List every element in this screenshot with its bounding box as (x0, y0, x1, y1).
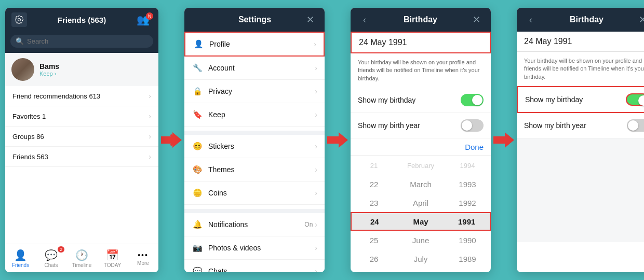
today-nav-icon: 📅 (106, 249, 119, 261)
friends-search-bar: 🔍 (5, 32, 158, 53)
settings-profile[interactable]: 👤 Profile › (184, 32, 325, 57)
done-button-row: Done (351, 138, 491, 156)
nav-timeline[interactable]: 🕐 Timeline (66, 244, 97, 272)
settings-account[interactable]: 🔧 Account › (184, 57, 325, 80)
picker-month: April (397, 199, 444, 207)
picker-year: 1991 (444, 217, 490, 226)
toggle-show-birth-year[interactable]: Show my birth year (351, 113, 491, 138)
settings-themes[interactable]: 🎨 Themes › (184, 158, 325, 181)
picker-row-4: 26 July 1989 (351, 249, 491, 268)
settings-stickers[interactable]: 😊 Stickers › (184, 135, 325, 158)
toggle-knob (638, 95, 644, 106)
panel-birthday-final: ‹ Birthday ✕ 24 May 1991 Your birthday w… (517, 8, 644, 272)
birthday-final-title: Birthday (536, 15, 637, 24)
show-birthday-final-label: Show my birthday (525, 95, 583, 104)
coins-icon: 🪙 (192, 187, 203, 199)
main-container: Friends (563) 👥 N 🔍 Bams Keep › Friend (5, 8, 639, 272)
picker-month: February (397, 162, 444, 170)
toggle-show-birthday-final[interactable]: Show my birthday (517, 86, 644, 113)
settings-privacy[interactable]: 🔒 Privacy › (184, 80, 325, 103)
settings-close-button[interactable]: ✕ (304, 12, 316, 27)
picker-month: June (397, 236, 444, 245)
panel-settings: Settings ✕ 👤 Profile › 🔧 Account › (184, 8, 325, 272)
show-birth-year-final-label: Show my birth year (524, 121, 586, 130)
themes-icon: 🎨 (192, 164, 203, 175)
chevron-icon: › (149, 92, 151, 100)
notifications-icon: 🔔 (192, 219, 203, 230)
settings-keep[interactable]: 🔖 Keep › (184, 103, 325, 127)
chats-label: Chats (208, 267, 227, 272)
empty-space (517, 138, 644, 242)
photos-icon: 📷 (192, 242, 203, 254)
profile-icon: 👤 (193, 38, 204, 50)
account-label: Account (208, 64, 235, 72)
section-item-friends[interactable]: Friends 563 › (5, 147, 158, 167)
nav-today[interactable]: 📅 TODAY (97, 244, 128, 272)
show-birthday-toggle[interactable] (461, 94, 484, 106)
section-item-groups[interactable]: Groups 86 › (5, 127, 158, 147)
done-button[interactable]: Done (465, 143, 484, 151)
picker-row-dim1: 21 February 1994 (351, 156, 491, 175)
birthday-description: Your birthday will be shown on your prof… (351, 53, 491, 88)
panel-friends: Friends (563) 👥 N 🔍 Bams Keep › Friend (5, 8, 158, 272)
section-item-favorites[interactable]: Favorites 1 › (5, 106, 158, 127)
picker-year: 1994 (444, 162, 491, 170)
arrow-3 (491, 132, 517, 148)
settings-notifications[interactable]: 🔔 Notifications On › (184, 213, 325, 236)
picker-row-dim2: 27 August 1988 (351, 268, 491, 272)
section-item-recommendations[interactable]: Friend recommendations 613 › (5, 86, 158, 106)
settings-group-1: 👤 Profile › 🔧 Account › 🔒 Privacy › (184, 32, 325, 127)
profile-label: Profile (209, 40, 230, 48)
birthday-header: ‹ Birthday ✕ (351, 8, 491, 32)
panel-birthday-picker: ‹ Birthday ✕ 24 May 1991 Your birthday w… (351, 8, 491, 272)
back-button[interactable]: ‹ (359, 12, 370, 27)
toggle-knob (472, 95, 482, 105)
notifications-value: On (304, 221, 313, 228)
svg-marker-1 (327, 132, 348, 148)
user-name: Bams (39, 62, 59, 71)
birthday-final-close-button[interactable]: ✕ (637, 12, 644, 27)
toggle-show-birthday[interactable]: Show my birthday (351, 88, 491, 113)
settings-coins[interactable]: 🪙 Coins › (184, 181, 325, 205)
birthday-final-header: ‹ Birthday ✕ (517, 8, 644, 32)
more-nav-icon: ••• (138, 251, 149, 259)
picker-month: March (397, 180, 444, 189)
date-picker[interactable]: 21 February 1994 22 March 1993 23 April … (351, 156, 491, 272)
settings-photos[interactable]: 📷 Photos & videos › (184, 236, 325, 260)
stickers-label: Stickers (208, 142, 234, 150)
show-birth-year-final-toggle[interactable] (627, 119, 644, 132)
stickers-icon: 😊 (192, 141, 203, 152)
divider-2 (184, 209, 325, 213)
show-birthday-final-toggle[interactable] (626, 93, 644, 106)
friends-section-list: Friend recommendations 613 › Favorites 1… (5, 86, 158, 167)
coins-label: Coins (208, 189, 227, 197)
picker-year: 1989 (444, 255, 491, 263)
chevron-icon: › (149, 112, 151, 120)
nav-chats[interactable]: 💬 Chats 2 (36, 244, 66, 272)
birthday-final-date: 24 May 1991 (524, 37, 572, 46)
avatar (11, 58, 34, 81)
chevron-icon: › (315, 110, 317, 119)
picker-day: 24 (352, 217, 398, 226)
section-label: Friend recommendations 613 (12, 92, 100, 100)
toggle-show-birth-year-final[interactable]: Show my birth year (517, 113, 644, 138)
nav-friends[interactable]: 👤 Friends (5, 244, 36, 272)
picker-day: 21 (351, 162, 397, 170)
section-label: Groups 86 (12, 133, 44, 141)
birthday-close-button[interactable]: ✕ (471, 12, 482, 27)
show-birth-year-toggle[interactable] (461, 119, 484, 132)
picker-year: 1992 (444, 199, 491, 207)
chevron-icon: › (315, 87, 317, 95)
photos-label: Photos & videos (208, 244, 261, 252)
nav-more[interactable]: ••• More (128, 244, 158, 272)
svg-marker-2 (493, 132, 514, 148)
search-input[interactable] (27, 37, 148, 45)
settings-chats[interactable]: 💬 Chats › (184, 260, 325, 272)
back-button-final[interactable]: ‹ (525, 12, 536, 27)
birthday-date-bar: 24 May 1991 (351, 32, 491, 53)
picker-day: 22 (351, 180, 397, 189)
user-profile-row[interactable]: Bams Keep › (5, 53, 158, 86)
gear-button[interactable] (11, 12, 27, 27)
chevron-icon: › (315, 64, 317, 72)
picker-year: 1990 (444, 236, 491, 245)
